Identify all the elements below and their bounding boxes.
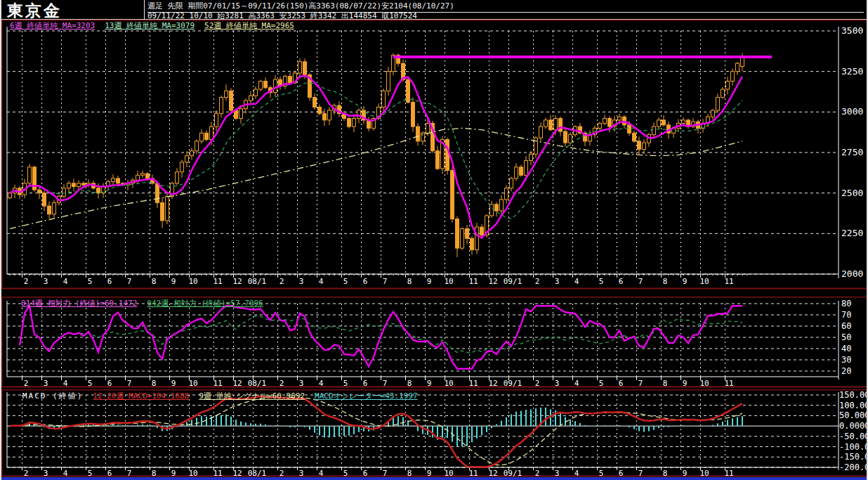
svg-text:09/1: 09/1 xyxy=(504,277,522,286)
grid-layer xyxy=(7,31,839,274)
moving-average-layer xyxy=(10,76,742,238)
svg-text:5: 5 xyxy=(599,379,604,388)
svg-text:8: 8 xyxy=(152,379,157,388)
svg-text:4: 4 xyxy=(63,379,68,388)
svg-text:7: 7 xyxy=(638,379,643,388)
svg-text:7: 7 xyxy=(383,379,388,388)
svg-text:10: 10 xyxy=(188,277,197,286)
svg-text:9: 9 xyxy=(171,277,176,286)
svg-text:2: 2 xyxy=(535,469,540,477)
svg-text:10: 10 xyxy=(699,277,709,286)
axes-layer xyxy=(7,301,839,380)
svg-text:8: 8 xyxy=(663,469,668,477)
svg-text:2: 2 xyxy=(24,277,29,286)
legend-item: 12-26週 MACD=104.1688 xyxy=(93,391,189,401)
svg-text:6: 6 xyxy=(363,277,368,286)
svg-text:9: 9 xyxy=(427,277,432,286)
svg-text:12: 12 xyxy=(232,379,242,388)
svg-text:09/1: 09/1 xyxy=(504,379,522,388)
svg-text:6: 6 xyxy=(363,469,368,477)
svg-text:4: 4 xyxy=(574,277,579,286)
svg-text:11: 11 xyxy=(213,379,222,388)
svg-text:4: 4 xyxy=(63,277,68,286)
svg-text:8: 8 xyxy=(407,277,412,286)
legend-item: 6週 終値単純 MA=3203 xyxy=(10,21,95,30)
svg-text:3250: 3250 xyxy=(841,66,863,77)
svg-text:2: 2 xyxy=(535,277,540,286)
svg-text:8: 8 xyxy=(663,277,668,286)
svg-text:2: 2 xyxy=(24,469,29,477)
header-divider xyxy=(144,0,145,20)
svg-text:12: 12 xyxy=(232,469,242,477)
svg-text:5: 5 xyxy=(88,469,93,477)
svg-text:2: 2 xyxy=(24,379,29,388)
svg-text:5: 5 xyxy=(343,379,348,388)
svg-text:9: 9 xyxy=(171,469,176,477)
svg-text:7: 7 xyxy=(127,469,132,477)
svg-text:3: 3 xyxy=(299,469,304,477)
svg-text:10: 10 xyxy=(444,277,453,286)
svg-text:2250: 2250 xyxy=(841,228,863,238)
svg-text:3: 3 xyxy=(299,277,304,286)
svg-text:2: 2 xyxy=(280,277,284,286)
svg-text:6: 6 xyxy=(619,469,624,477)
svg-text:3000: 3000 xyxy=(841,106,863,117)
svg-text:10: 10 xyxy=(444,469,453,477)
svg-text:8: 8 xyxy=(407,379,412,388)
svg-text:6: 6 xyxy=(107,277,112,286)
svg-text:12: 12 xyxy=(488,379,497,388)
svg-text:11: 11 xyxy=(724,379,733,388)
svg-text:5: 5 xyxy=(88,277,93,286)
ma-legend: 6週 終値単純 MA=320313週 終値単純 MA=307952週 終値単純 … xyxy=(10,20,304,31)
svg-text:150.0000: 150.0000 xyxy=(839,390,868,400)
svg-text:10: 10 xyxy=(699,469,709,477)
legend-item: 13週 終値単純 MA=3079 xyxy=(105,21,195,30)
svg-text:11: 11 xyxy=(468,277,478,286)
svg-text:3: 3 xyxy=(555,469,560,477)
candles-layer xyxy=(8,53,744,257)
svg-text:10: 10 xyxy=(699,379,709,388)
svg-text:2: 2 xyxy=(280,469,284,477)
svg-text:7: 7 xyxy=(127,277,132,286)
svg-text:2: 2 xyxy=(535,379,540,388)
svg-text:11: 11 xyxy=(724,469,733,477)
svg-text:10: 10 xyxy=(188,469,197,477)
svg-text:6: 6 xyxy=(619,379,624,388)
svg-text:5: 5 xyxy=(88,379,93,388)
svg-text:5: 5 xyxy=(343,277,348,286)
svg-text:40: 40 xyxy=(841,344,851,353)
svg-text:-100.0000: -100.0000 xyxy=(839,442,868,452)
svg-text:6: 6 xyxy=(363,379,368,388)
price-chart-panel[interactable]: 3500325030002750250022502000234567891011… xyxy=(1,20,868,290)
svg-text:3: 3 xyxy=(44,469,48,477)
svg-text:9: 9 xyxy=(427,469,432,477)
svg-text:11: 11 xyxy=(213,469,222,477)
svg-text:09/1: 09/1 xyxy=(504,469,522,477)
svg-text:-150.0000: -150.0000 xyxy=(839,452,868,462)
svg-text:08/1: 08/1 xyxy=(248,277,267,286)
svg-text:3: 3 xyxy=(555,379,560,388)
svg-text:08/1: 08/1 xyxy=(248,469,267,477)
svg-text:2000: 2000 xyxy=(841,268,863,279)
svg-text:80: 80 xyxy=(841,299,851,309)
rsi-panel[interactable]: 807060504030202345678910111208/123456789… xyxy=(1,297,868,388)
svg-text:9: 9 xyxy=(683,379,688,388)
rsi-legend: 014週 相対力 (終値)=69.1472042週 相対力 (終値)=57.70… xyxy=(21,298,273,309)
legend-item: 52週 終値単純 MA=2965 xyxy=(204,21,294,30)
legend-item: 9週 単純 シグナル=60.9692 xyxy=(199,391,305,401)
svg-text:9: 9 xyxy=(683,277,688,286)
header-bar: 東京金 週足 先限 期間07/01/15～09/11/26(150)高3363(… xyxy=(1,0,867,20)
svg-text:4: 4 xyxy=(319,379,324,388)
svg-text:08/1: 08/1 xyxy=(248,379,267,388)
svg-text:2500: 2500 xyxy=(841,188,863,198)
svg-text:4: 4 xyxy=(574,469,579,477)
svg-text:70: 70 xyxy=(841,310,851,320)
svg-text:6: 6 xyxy=(107,379,112,388)
svg-text:3: 3 xyxy=(555,277,560,286)
svg-text:12: 12 xyxy=(232,277,242,286)
svg-text:3500: 3500 xyxy=(841,25,863,36)
chart-terminal-window: 東京金 週足 先限 期間07/01/15～09/11/26(150)高3363(… xyxy=(0,0,868,480)
svg-text:50.0000: 50.0000 xyxy=(839,410,868,420)
macd-panel[interactable]: 150.0000100.000050.00000.0000-50.0000-10… xyxy=(1,389,868,477)
svg-text:100.0000: 100.0000 xyxy=(839,401,868,410)
